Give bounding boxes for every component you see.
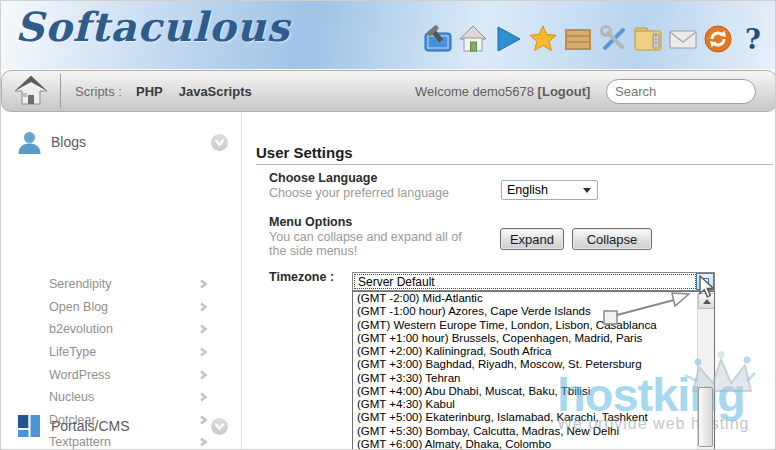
chevron-right-icon [199, 279, 208, 289]
timezone-option[interactable]: (GMT +1:00 hour) Brussels, Copenhagen, M… [353, 332, 714, 345]
star-icon[interactable] [527, 23, 559, 55]
timezone-option[interactable]: (GMT +2:00) Kaliningrad, South Africa [353, 345, 714, 358]
house-icon [12, 74, 50, 108]
sidebar-section-portals-cms[interactable]: Portals/CMS [1, 411, 241, 441]
toolbox-icon[interactable] [422, 23, 454, 55]
sidebar-item-nucleus[interactable]: Nucleus [1, 386, 241, 409]
expand-button[interactable]: Expand [500, 228, 564, 250]
navbar-divider [60, 74, 61, 108]
timezone-option[interactable]: (GMT +4:00) Abu Dhabi, Muscat, Baku, Tbi… [353, 385, 714, 398]
timezone-option[interactable]: (GMT +5:00) Ekaterinburg, Islamabad, Kar… [353, 411, 714, 424]
timezone-option[interactable]: (GMT -2:00) Mid-Atlantic [353, 292, 714, 305]
language-select[interactable]: English [501, 180, 598, 200]
sidebar-item-serendipity[interactable]: Serendipity [1, 273, 241, 296]
timezone-option[interactable]: (GMT) Western Europe Time, London, Lisbo… [353, 319, 714, 332]
search-input[interactable] [615, 84, 776, 99]
scrollbar-thumb[interactable] [698, 387, 713, 447]
sidebar-item-open-blog[interactable]: Open Blog [1, 296, 241, 319]
content-divider [241, 113, 242, 450]
play-icon[interactable] [492, 23, 524, 55]
timezone-option[interactable]: (GMT +5:30) Bombay, Calcutta, Madras, Ne… [353, 425, 714, 438]
user-icon [15, 129, 43, 156]
header-banner: Softaculous [1, 1, 776, 69]
chevron-right-icon [199, 392, 208, 402]
timezone-dropdown-button[interactable] [696, 273, 714, 290]
choose-language-label: Choose Language [269, 171, 377, 185]
sidebar-section-label: Portals/CMS [51, 418, 130, 434]
timezone-select[interactable]: Server Default [352, 272, 715, 291]
title-underline [256, 164, 773, 165]
dropdown-glyph [702, 278, 709, 285]
softaculous-logo[interactable]: Softaculous [15, 3, 290, 50]
timezone-option[interactable]: (GMT +3:00) Baghdad, Riyadh, Moscow, St.… [353, 358, 714, 371]
crate-icon[interactable] [562, 23, 594, 55]
chevron-right-icon [199, 324, 208, 334]
timezone-select-value: Server Default [358, 275, 435, 289]
sidebar-section-label: Blogs [51, 134, 86, 150]
archive-icon[interactable] [632, 23, 664, 55]
scripts-label: Scripts : [75, 84, 122, 99]
mail-icon[interactable] [667, 23, 699, 55]
timezone-label: Timezone : [269, 270, 334, 284]
menu-options-desc-1: You can collapse and expand all of [269, 230, 462, 244]
scroll-up-icon[interactable] [698, 293, 715, 309]
menu-options-label: Menu Options [269, 215, 352, 229]
timezone-option[interactable]: (GMT -1:00 hour) Azores, Cape Verde Isla… [353, 305, 714, 318]
chevron-right-icon [199, 370, 208, 380]
softaculous-window: Softaculous [0, 0, 776, 450]
sidebar-item-wordpress[interactable]: WordPress [1, 363, 241, 386]
timezone-option[interactable]: (GMT +3:30) Tehran [353, 372, 714, 385]
nav-link-javascripts[interactable]: JavaScripts [179, 84, 252, 99]
page-title: User Settings [256, 144, 353, 161]
timezone-option-list: (GMT -2:00) Mid-Atlantic (GMT -1:00 hour… [352, 291, 715, 450]
header-icon-bar: ? [422, 23, 769, 55]
home-icon[interactable] [457, 23, 489, 55]
timezone-select-focus: Server Default [354, 274, 696, 289]
sidebar: Blogs Serendipity Open Blog b2evolution … [1, 113, 241, 450]
timezone-option[interactable]: (GMT +4:30) Kabul [353, 398, 714, 411]
search-box [606, 79, 756, 104]
nav-link-php[interactable]: PHP [136, 84, 163, 99]
collapse-toggle-icon[interactable] [211, 134, 228, 151]
timezone-option[interactable]: (GMT +6:00) Almaty, Dhaka, Colombo [353, 438, 714, 450]
help-icon[interactable]: ? [737, 23, 769, 55]
navbar: Scripts : PHP JavaScripts Welcome demo56… [1, 70, 776, 112]
sidebar-item-b2evolution[interactable]: b2evolution [1, 318, 241, 341]
logout-link[interactable]: [Logout] [538, 84, 591, 99]
window-icon [15, 414, 43, 438]
choose-language-desc: Choose your preferred language [269, 186, 449, 200]
language-select-value: English [507, 183, 583, 197]
chevron-down-icon [583, 188, 591, 193]
collapse-button[interactable]: Collapse [572, 228, 652, 250]
tools-icon[interactable] [597, 23, 629, 55]
chevron-right-icon [199, 302, 208, 312]
welcome-text: Welcome demo5678 [Logout] [415, 84, 590, 99]
menu-options-desc-2: the side menus! [269, 244, 357, 258]
collapse-toggle-icon[interactable] [211, 418, 228, 435]
sidebar-section-blogs[interactable]: Blogs [1, 127, 241, 157]
chevron-right-icon [199, 347, 208, 357]
sidebar-item-lifetype[interactable]: LifeType [1, 341, 241, 364]
refresh-icon[interactable] [702, 23, 734, 55]
home-button[interactable] [2, 74, 60, 108]
